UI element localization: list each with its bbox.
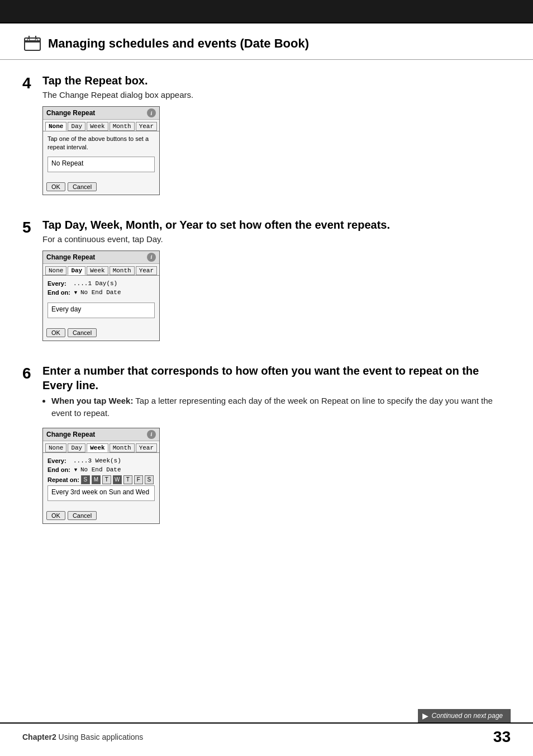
tab-week-3[interactable]: Week <box>87 443 108 452</box>
dialog-2-body: Every: ....1 Day(s) End on: ▼ No End Dat… <box>43 276 159 326</box>
dialog-3-content-box: Every 3rd week on Sun and Wed <box>47 485 155 501</box>
tab-year-2[interactable]: Year <box>136 266 157 275</box>
tab-week-2[interactable]: Week <box>87 266 108 275</box>
dialog-3-every-row: Every: ....3 Week(s) <box>47 456 155 465</box>
day-btn-fri[interactable]: F <box>134 475 143 484</box>
dialog-2-title: Change Repeat <box>46 253 95 261</box>
dialog-1-ok-btn[interactable]: OK <box>46 182 65 191</box>
step-6-bullets: When you tap Week: Tap a letter represen… <box>51 395 511 420</box>
dialog-3-tab-row: None Day Week Month Year <box>43 441 159 453</box>
dialog-2-every-value: ....1 Day(s) <box>73 280 117 287</box>
datebook-icon <box>22 34 42 54</box>
tab-none-1[interactable]: None <box>45 122 66 131</box>
step-4-body: Tap the Repeat box. The Change Repeat di… <box>42 73 511 202</box>
step-5-body: Tap Day, Week, Month, or Year to set how… <box>42 218 511 348</box>
dialog-1-info-btn[interactable]: i <box>147 108 156 117</box>
step-6-heading: Enter a number that corresponds to how o… <box>42 363 511 393</box>
dialog-2-cancel-btn[interactable]: Cancel <box>68 328 97 337</box>
dialog-1-text: Tap one of the above buttons to set a re… <box>47 135 155 152</box>
page-footer: Chapter2 Using Basic applications 33 <box>0 722 533 746</box>
dialog-1-tab-row: None Day Week Month Year <box>43 120 159 131</box>
day-btn-sun[interactable]: S <box>81 475 90 484</box>
step-6: 6 Enter a number that corresponds to how… <box>22 363 511 531</box>
step-5-number: 5 <box>22 218 42 237</box>
dialog-3-repeaton-row: Repeat on: S M T W T F S <box>47 474 155 485</box>
footer-chapter-label: Chapter2 <box>22 733 56 741</box>
step-6-number: 6 <box>22 363 42 382</box>
tab-month-2[interactable]: Month <box>110 266 135 275</box>
dialog-1-footer: OK Cancel <box>43 180 159 195</box>
repeaton-label: Repeat on: <box>47 476 79 483</box>
dialog-3-footer: OK Cancel <box>43 509 159 523</box>
dialog-2-every-label: Every: <box>47 280 71 287</box>
dialog-1-titlebar: Change Repeat i <box>43 107 159 120</box>
dialog-3-info-btn[interactable]: i <box>147 430 156 439</box>
dialog-3-endon-label: End on: <box>47 466 71 473</box>
tab-year-1[interactable]: Year <box>136 122 157 131</box>
tab-day-3[interactable]: Day <box>68 443 85 452</box>
tab-year-3[interactable]: Year <box>136 443 157 452</box>
dialog-1-content-box: No Repeat <box>47 157 155 172</box>
tab-day-2[interactable]: Day <box>68 266 85 275</box>
page-title: Managing schedules and events (Date Book… <box>48 36 309 51</box>
day-btn-wed[interactable]: W <box>113 475 122 484</box>
dialog-1-title: Change Repeat <box>46 109 95 117</box>
dialog-3-cancel-btn[interactable]: Cancel <box>68 511 97 520</box>
dialog-2-tab-row: None Day Week Month Year <box>43 264 159 276</box>
step-5-desc: For a continuous event, tap Day. <box>42 234 511 244</box>
svg-rect-0 <box>25 38 40 50</box>
dialog-2-ok-btn[interactable]: OK <box>46 328 65 337</box>
tab-month-1[interactable]: Month <box>110 122 135 131</box>
step-5-heading: Tap Day, Week, Month, or Year to set how… <box>42 218 511 232</box>
dialog-change-repeat-3: Change Repeat i None Day Week Month Year… <box>42 428 160 524</box>
dialog-3-endon-value: No End Date <box>80 466 121 473</box>
footer-chapter-desc: Using Basic applications <box>56 733 144 741</box>
tab-none-3[interactable]: None <box>45 443 66 452</box>
day-btn-thu[interactable]: T <box>123 475 132 484</box>
dialog-3-title: Change Repeat <box>46 431 95 438</box>
dialog-2-endon-value: No End Date <box>80 289 121 296</box>
footer-chapter: Chapter2 Using Basic applications <box>22 733 143 741</box>
dialog-2-every-row: Every: ....1 Day(s) <box>47 279 155 288</box>
dialog-change-repeat-2: Change Repeat i None Day Week Month Year… <box>42 251 160 341</box>
bullet-week: When you tap Week: Tap a letter represen… <box>51 395 511 420</box>
dialog-2-info-btn[interactable]: i <box>147 253 156 262</box>
dialog-3-every-label: Every: <box>47 457 71 464</box>
step-4-number: 4 <box>22 73 42 92</box>
page-header: Managing schedules and events (Date Book… <box>0 23 533 60</box>
bullet-week-bold: When you tap Week: <box>51 396 133 405</box>
endon-arrow-2: ▼ <box>73 290 78 295</box>
dialog-3-every-value: ....3 Week(s) <box>73 457 121 464</box>
continued-text: Continued on next page <box>432 712 503 720</box>
tab-none-2[interactable]: None <box>45 266 66 275</box>
tab-month-3[interactable]: Month <box>110 443 135 452</box>
footer-page-number: 33 <box>493 728 511 746</box>
continued-banner: ▶ Continued on next page <box>418 709 511 722</box>
day-btn-sat[interactable]: S <box>145 475 154 484</box>
svg-rect-1 <box>25 40 40 42</box>
dialog-2-titlebar: Change Repeat i <box>43 251 159 264</box>
dialog-1-cancel-btn[interactable]: Cancel <box>68 182 97 191</box>
dialog-3-ok-btn[interactable]: OK <box>46 511 65 520</box>
endon-arrow-3: ▼ <box>73 467 78 472</box>
day-btn-tue[interactable]: T <box>102 475 111 484</box>
continued-arrow-icon: ▶ <box>422 711 429 720</box>
svg-point-5 <box>35 39 37 41</box>
main-content: 4 Tap the Repeat box. The Change Repeat … <box>0 73 533 591</box>
dialog-2-endon-row: End on: ▼ No End Date <box>47 288 155 297</box>
step-6-body: Enter a number that corresponds to how o… <box>42 363 511 531</box>
step-4-desc: The Change Repeat dialog box appears. <box>42 90 511 100</box>
top-bar <box>0 0 533 22</box>
dialog-3-endon-row: End on: ▼ No End Date <box>47 465 155 474</box>
step-4-heading: Tap the Repeat box. <box>42 73 511 88</box>
day-btn-mon[interactable]: M <box>92 475 101 484</box>
svg-point-4 <box>27 39 30 41</box>
step-5: 5 Tap Day, Week, Month, or Year to set h… <box>22 218 511 348</box>
dialog-3-body: Every: ....3 Week(s) End on: ▼ No End Da… <box>43 453 159 509</box>
dialog-2-footer: OK Cancel <box>43 326 159 341</box>
dialog-2-content-box: Every day <box>47 303 155 318</box>
dialog-3-titlebar: Change Repeat i <box>43 428 159 441</box>
step-4: 4 Tap the Repeat box. The Change Repeat … <box>22 73 511 202</box>
tab-week-1[interactable]: Week <box>87 122 108 131</box>
tab-day-1[interactable]: Day <box>68 122 85 131</box>
